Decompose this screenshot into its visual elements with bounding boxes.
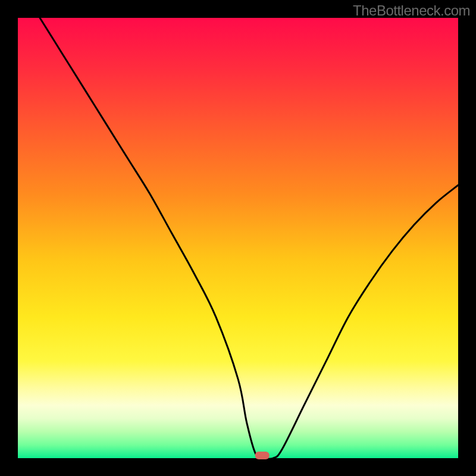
optimal-marker (255, 452, 270, 459)
attribution-watermark: TheBottleneck.com (353, 2, 470, 19)
chart-container: TheBottleneck.com (0, 0, 476, 476)
plot-background (18, 18, 458, 458)
bottleneck-chart (0, 0, 476, 476)
